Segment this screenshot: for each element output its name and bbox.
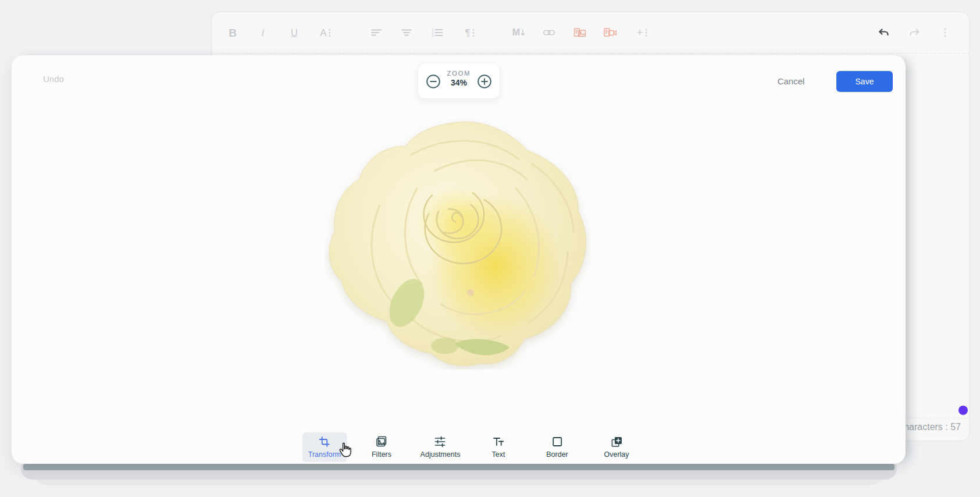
- tool-filters[interactable]: Filters: [366, 432, 397, 462]
- more-options-button[interactable]: [943, 27, 947, 38]
- plus-circle-icon: [477, 74, 492, 89]
- paragraph-options-icon: ¶: [465, 28, 475, 38]
- save-button[interactable]: Save: [836, 71, 893, 92]
- canvas-image-yellow-rose: [325, 118, 591, 370]
- ordered-list-button[interactable]: 123: [432, 27, 444, 38]
- markdown-icon: M: [512, 28, 525, 37]
- link-icon: [543, 27, 555, 38]
- character-count: Characters : 57: [897, 422, 961, 432]
- status-dot: [958, 406, 968, 415]
- hand-cursor-icon: [337, 442, 353, 460]
- align-left-button[interactable]: [370, 27, 382, 38]
- border-icon: [551, 436, 563, 448]
- adjustments-icon: [434, 436, 446, 448]
- bold-button[interactable]: B: [229, 27, 237, 38]
- align-center-button[interactable]: [401, 27, 412, 38]
- overlay-icon: [611, 436, 622, 448]
- rose-illustration: [325, 118, 591, 370]
- insert-video-button[interactable]: [604, 27, 617, 38]
- align-left-icon: [370, 27, 382, 38]
- editor-undo-button[interactable]: Undo: [43, 74, 64, 84]
- insert-more-button[interactable]: +: [637, 27, 648, 38]
- redo-button[interactable]: [908, 27, 921, 38]
- tool-label: Filters: [372, 450, 391, 459]
- transform-icon: [319, 436, 330, 448]
- modal-stack-scroll-edge: [23, 464, 895, 470]
- redo-icon: [908, 27, 921, 38]
- link-button[interactable]: [543, 27, 555, 38]
- image-editor-modal: Undo ZOOM 34% Cancel Save: [12, 55, 906, 464]
- undo-icon: [877, 27, 890, 38]
- italic-icon: i: [262, 27, 264, 38]
- zoom-control: ZOOM 34%: [418, 63, 500, 99]
- markdown-button[interactable]: M: [512, 28, 525, 37]
- editor-tools-bar: TransformFiltersAdjustmentsTextBorderOve…: [12, 432, 906, 463]
- align-center-icon: [401, 27, 412, 38]
- tool-adjustments[interactable]: Adjustments: [415, 432, 466, 462]
- tool-label: Border: [546, 450, 568, 459]
- tool-text[interactable]: Text: [486, 432, 511, 462]
- ordered-list-icon: 123: [432, 27, 444, 38]
- insert-more-icon: +: [637, 27, 648, 38]
- editor-toolbar: BiUA123¶M+: [212, 12, 969, 54]
- text-style-button[interactable]: A: [320, 28, 331, 38]
- tool-border[interactable]: Border: [540, 432, 574, 462]
- cancel-button[interactable]: Cancel: [768, 73, 814, 90]
- tool-label: Overlay: [604, 450, 629, 459]
- zoom-in-button[interactable]: [477, 74, 492, 89]
- underline-icon: U: [291, 28, 298, 38]
- insert-image-button[interactable]: [573, 27, 586, 38]
- underline-button[interactable]: U: [291, 28, 298, 38]
- more-options-icon: [943, 27, 947, 38]
- insert-image-icon: [573, 27, 586, 38]
- text-icon: [493, 436, 504, 448]
- svg-text:3: 3: [432, 34, 434, 37]
- insert-video-icon: [604, 27, 617, 38]
- tool-overlay[interactable]: Overlay: [598, 432, 635, 462]
- tool-label: Text: [492, 450, 505, 459]
- tool-label: Transform: [308, 450, 341, 459]
- italic-button[interactable]: i: [262, 27, 264, 38]
- paragraph-options-button[interactable]: ¶: [465, 28, 475, 38]
- bold-icon: B: [229, 27, 237, 38]
- tool-label: Adjustments: [420, 450, 461, 459]
- undo-button[interactable]: [877, 27, 890, 38]
- text-style-icon: A: [320, 28, 331, 38]
- filters-icon: [376, 436, 387, 448]
- page: BiUA123¶M+ Characters : 57 Undo ZOOM 34%: [0, 0, 980, 497]
